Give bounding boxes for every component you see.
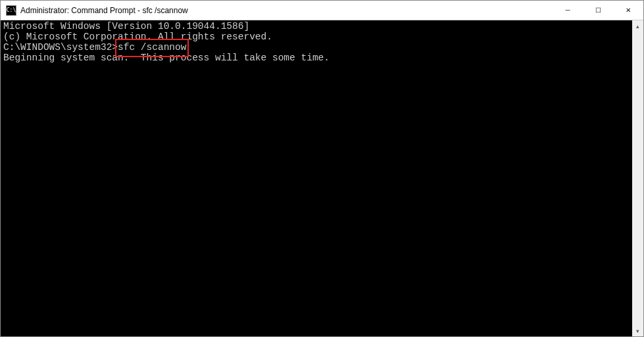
command-highlight: sfc /scannow [118,43,186,53]
scroll-down-arrow-icon[interactable]: ▾ [632,325,643,336]
scroll-track[interactable] [632,32,643,325]
scroll-up-arrow-icon[interactable]: ▴ [632,20,643,32]
window-controls: ─ ☐ ✕ [553,1,643,20]
terminal-line: Microsoft Windows [Version 10.0.19044.15… [3,22,630,32]
terminal-line: (c) Microsoft Corporation. All rights re… [3,32,630,43]
window-titlebar: C:\ Administrator: Command Prompt - sfc … [1,1,643,20]
terminal-container: Microsoft Windows [Version 10.0.19044.15… [1,20,643,336]
terminal-line: C:\WINDOWS\system32>sfc /scannow [3,43,630,53]
close-button[interactable]: ✕ [613,1,643,20]
terminal-line: Beginning system scan. This process will… [3,53,630,64]
prompt-text: C:\WINDOWS\system32> [3,42,118,53]
maximize-button[interactable]: ☐ [583,1,613,20]
minimize-button[interactable]: ─ [553,1,583,20]
terminal-output[interactable]: Microsoft Windows [Version 10.0.19044.15… [1,20,632,336]
app-icon: C:\ [6,5,16,16]
command-text: sfc /scannow [118,42,186,53]
vertical-scrollbar[interactable]: ▴ ▾ [632,20,643,336]
window-title: Administrator: Command Prompt - sfc /sca… [20,6,553,15]
